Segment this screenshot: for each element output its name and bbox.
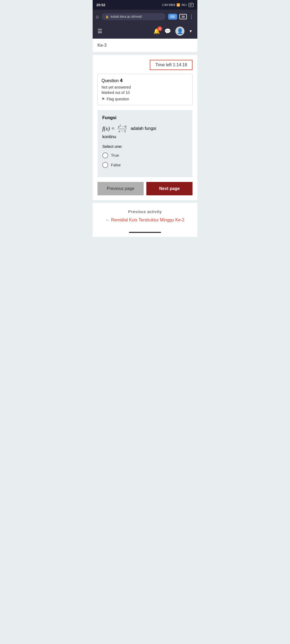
- status-time: 20:52: [96, 3, 105, 7]
- radio-true-label: True: [111, 153, 119, 158]
- top-nav: ☰ 🔔 4 💬 👤 ▼: [93, 24, 197, 39]
- signal-icon: 📶: [176, 3, 180, 7]
- question-number-value: 4: [120, 78, 123, 83]
- nav-icons: 🔔 4 💬 👤 ▼: [153, 27, 193, 36]
- fraction-denominator: x − 3: [118, 129, 126, 133]
- network-speed: 1.84 KB/d: [162, 3, 175, 6]
- previous-activity-section: Previous activity ← Remidial Kuis Terstr…: [93, 203, 197, 229]
- fraction: x2 − 9 x − 3: [117, 124, 127, 133]
- not-answered-status: Not yet answered: [102, 85, 189, 89]
- prev-quiz-banner: Ke-3: [93, 39, 197, 52]
- url-bar[interactable]: 🔒 kuliah.itera.ac.id/mod/: [102, 13, 166, 20]
- lock-icon: 🔒: [105, 15, 109, 19]
- radio-true-input[interactable]: [102, 152, 108, 158]
- radio-false-input[interactable]: [102, 162, 108, 168]
- browser-menu-icon[interactable]: ⋮: [189, 14, 194, 20]
- bottom-home-indicator: [129, 232, 161, 233]
- browser-actions: GX 18 ⋮: [168, 14, 194, 20]
- notification-badge: 4: [157, 26, 162, 31]
- fungsi-label: Fungsi: [102, 115, 188, 120]
- chevron-down-icon[interactable]: ▼: [189, 29, 193, 33]
- question-label: Question: [102, 78, 119, 83]
- fraction-numerator: x2 − 9: [117, 124, 127, 129]
- timer-box: Time left 1:14:18: [150, 60, 193, 70]
- tab-count[interactable]: 18: [179, 14, 187, 19]
- radio-false-label: False: [111, 163, 121, 167]
- previous-activity-link[interactable]: ← Remidial Kuis Terstruktur Minggu Ke-2: [106, 218, 184, 222]
- nav-buttons: Previous page Next page: [97, 182, 193, 195]
- quiz-section: Time left 1:14:18 Question 4 Not yet ans…: [93, 55, 197, 200]
- translate-button[interactable]: GX: [168, 14, 177, 20]
- radio-option-true[interactable]: True: [102, 152, 188, 158]
- flag-question-button[interactable]: ⚑ Flag question: [102, 97, 189, 101]
- avatar[interactable]: 👤: [175, 27, 184, 36]
- next-page-button[interactable]: Next page: [146, 182, 193, 195]
- previous-activity-title: Previous activity: [97, 209, 193, 214]
- battery-icon: 67: [189, 3, 194, 7]
- marked-out-label: Marked out of 10: [102, 90, 189, 95]
- chat-icon[interactable]: 💬: [164, 28, 171, 34]
- status-bar: 20:52 1.84 KB/d 📶 4G+ 67: [93, 0, 197, 10]
- browser-bar: ⌂ 🔒 kuliah.itera.ac.id/mod/ GX 18 ⋮: [93, 10, 197, 24]
- prev-quiz-title: Ke-3: [97, 43, 193, 48]
- status-right: 1.84 KB/d 📶 4G+ 67: [162, 3, 194, 7]
- flag-icon: ⚑: [102, 97, 105, 101]
- hamburger-icon[interactable]: ☰: [97, 28, 102, 34]
- select-one-label: Select one:: [102, 144, 188, 149]
- timer-row: Time left 1:14:18: [97, 60, 193, 70]
- main-content: Ke-3 Time left 1:14:18 Question 4 Not ye…: [93, 39, 197, 237]
- previous-page-button[interactable]: Previous page: [97, 182, 144, 195]
- math-formula: f(x) = x2 − 9 x − 3 adalah fungsi: [102, 124, 188, 133]
- flag-question-label: Flag question: [107, 97, 129, 101]
- notification-bell-wrapper[interactable]: 🔔 4: [153, 28, 160, 34]
- kontinu-text: kontinu: [102, 134, 188, 139]
- home-icon[interactable]: ⌂: [96, 14, 99, 20]
- url-text: kuliah.itera.ac.id/mod/: [111, 15, 142, 19]
- question-content: Fungsi f(x) = x2 − 9 x − 3 adalah fungsi…: [97, 110, 193, 177]
- question-info-box: Question 4 Not yet answered Marked out o…: [97, 74, 193, 105]
- radio-option-false[interactable]: False: [102, 162, 188, 168]
- signal-strength: 4G+: [182, 3, 187, 6]
- formula-fx: f(x) =: [102, 126, 115, 132]
- question-number: Question 4: [102, 78, 189, 83]
- adalah-text: adalah fungsi: [130, 126, 156, 131]
- bottom-bar: [93, 229, 197, 237]
